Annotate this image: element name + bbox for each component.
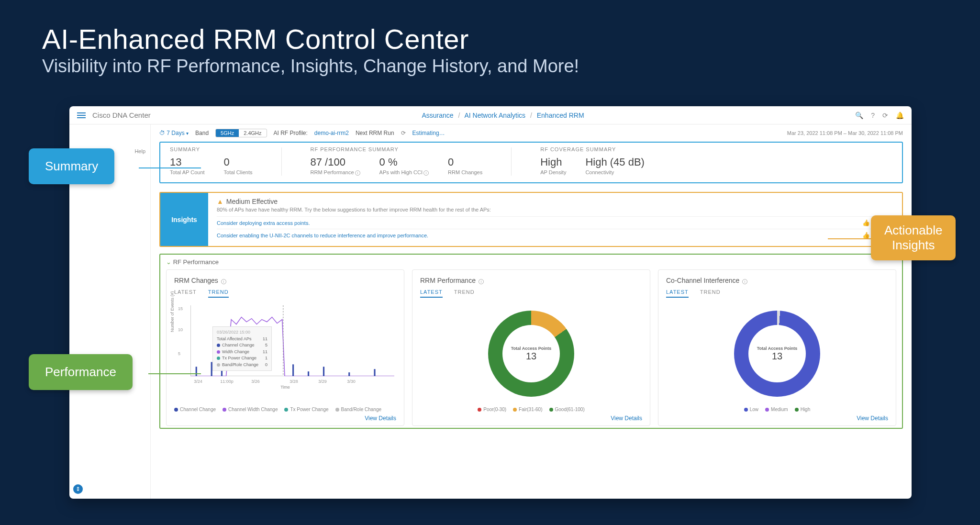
chart-ylabel: Number of Events (#) bbox=[170, 291, 175, 332]
insights-desc: 80% of APs have have healthy RRM. Try th… bbox=[217, 207, 893, 212]
summary-group-title: SUMMARY bbox=[170, 146, 200, 152]
next-run-value: Estimating… bbox=[412, 130, 445, 136]
metric-label: Total Clients bbox=[224, 169, 253, 175]
legend-dot-icon bbox=[223, 408, 226, 412]
hamburger-menu-icon[interactable] bbox=[77, 112, 86, 118]
topbar: Cisco DNA Center Assurance / AI Network … bbox=[69, 106, 912, 124]
card-tabs: LATEST TREND bbox=[174, 289, 396, 298]
warning-icon: ▲ bbox=[217, 198, 223, 205]
thumbs-up-icon[interactable]: 👍 bbox=[862, 232, 870, 239]
metric-value: 0 bbox=[224, 156, 253, 168]
band-toggle[interactable]: 5GHz 2.4GHz bbox=[215, 129, 267, 137]
tab-trend[interactable]: TREND bbox=[454, 289, 475, 298]
breadcrumb-0[interactable]: Assurance bbox=[422, 112, 453, 119]
xtick: 3/24 bbox=[194, 379, 202, 384]
legend-dot-icon bbox=[513, 408, 517, 412]
callout-performance: Performance bbox=[29, 354, 133, 390]
insights-content: ▲Medium Effective 80% of APs have have h… bbox=[208, 193, 902, 246]
legend-dot-icon bbox=[549, 408, 553, 412]
date-range-label: Mar 23, 2022 11:08 PM – Mar 30, 2022 11:… bbox=[787, 130, 903, 136]
legend-dot-icon bbox=[174, 408, 178, 412]
info-icon[interactable]: i bbox=[423, 170, 429, 176]
view-details-link[interactable]: View Details bbox=[174, 415, 396, 422]
band-label: Band bbox=[195, 130, 209, 136]
band-24ghz[interactable]: 2.4GHz bbox=[239, 129, 266, 137]
metric-total-clients: 0 Total Clients bbox=[224, 147, 253, 176]
donut-center-label: Total Access Points bbox=[511, 346, 552, 351]
svg-rect-4 bbox=[308, 371, 309, 376]
tab-trend[interactable]: TREND bbox=[700, 289, 721, 298]
thumbs-up-icon[interactable]: 👍 bbox=[862, 219, 870, 226]
callout-line-insights bbox=[828, 238, 871, 239]
view-details-link[interactable]: View Details bbox=[420, 415, 642, 422]
info-icon[interactable]: i bbox=[742, 279, 747, 284]
suggestion-row: Consider enabling the U-NII-2C channels … bbox=[217, 229, 893, 241]
time-range-label: 7 Days bbox=[167, 130, 184, 136]
legend-dot-icon bbox=[217, 344, 220, 347]
slide-subtitle: Visibility into RF Performance, Insights… bbox=[0, 55, 980, 77]
tooltip-timestamp: 03/26/2022 15:00 bbox=[217, 329, 267, 336]
metric-label: AP Density bbox=[540, 169, 566, 175]
perf-section-title: ⌄ RF Performance bbox=[166, 258, 896, 266]
topbar-icons: 🔍 ? ⟳ 🔔 bbox=[855, 112, 904, 119]
metric-rrm-changes: 0 RRM Changes bbox=[448, 147, 482, 176]
summary-group-title: RF PERFORMANCE SUMMARY bbox=[311, 146, 399, 152]
metric-value: High bbox=[540, 156, 566, 168]
metric-label: Connectivity bbox=[585, 169, 645, 175]
suggestion-link[interactable]: Consider enabling the U-NII-2C channels … bbox=[217, 233, 862, 238]
time-range-dropdown[interactable]: ⏱ 7 Days ▾ bbox=[159, 130, 189, 136]
legend-dot-icon bbox=[795, 408, 799, 412]
tab-latest[interactable]: LATEST bbox=[666, 289, 689, 298]
profile-link[interactable]: demo-ai-rrm2 bbox=[314, 130, 349, 136]
suggestion-link[interactable]: Consider deploying extra access points. bbox=[217, 220, 862, 226]
breadcrumb-2[interactable]: Enhanced RRM bbox=[537, 112, 584, 119]
metric-label: Total AP Count bbox=[170, 169, 205, 175]
svg-rect-3 bbox=[292, 364, 294, 376]
svg-rect-6 bbox=[348, 372, 350, 376]
card-title: RRM Changes i bbox=[174, 277, 396, 284]
slide-title: AI-Enhanced RRM Control Center bbox=[0, 0, 980, 55]
legend-dot-icon bbox=[217, 357, 220, 360]
card-tabs: LATEST TREND bbox=[666, 289, 888, 298]
sidebar-expand-icon[interactable]: ⇕ bbox=[73, 484, 83, 494]
profile-label: AI RF Profile: bbox=[274, 130, 308, 136]
summary-group-title: RF COVERAGE SUMMARY bbox=[540, 146, 616, 152]
svg-rect-7 bbox=[374, 369, 375, 376]
legend-dot-icon bbox=[765, 408, 769, 412]
view-details-link[interactable]: View Details bbox=[666, 415, 888, 422]
card-rrm-changes: RRM Changes i LATEST TREND Number of Eve… bbox=[166, 269, 404, 426]
suggestion-row: Consider deploying extra access points. … bbox=[217, 216, 893, 229]
refresh-icon[interactable]: ⟳ bbox=[882, 112, 888, 119]
donut-rrm-perf: Total Access Points 13 bbox=[488, 311, 574, 397]
main-content: ⏱ 7 Days ▾ Band 5GHz 2.4GHz AI RF Profil… bbox=[151, 124, 912, 499]
metric-label: RRM Performancei bbox=[311, 169, 360, 176]
insights-tab-label: Insights bbox=[160, 193, 208, 246]
chart-tooltip: 03/26/2022 15:00 Total Affected APs11 Ch… bbox=[212, 326, 272, 371]
notifications-icon[interactable]: 🔔 bbox=[896, 112, 904, 119]
breadcrumb-1[interactable]: AI Network Analytics bbox=[464, 112, 525, 119]
tab-latest[interactable]: LATEST bbox=[420, 289, 443, 298]
tab-latest[interactable]: LATEST bbox=[174, 289, 197, 298]
ytick: 15 bbox=[178, 306, 183, 311]
chart-xlabel: Time bbox=[280, 385, 290, 390]
xtick: 3/26 bbox=[251, 379, 260, 384]
metric-value: 0 bbox=[448, 156, 482, 168]
callout-insights-line1: Actionable bbox=[884, 223, 942, 237]
brand-label: Cisco DNA Center bbox=[92, 111, 151, 119]
breadcrumb-sep: / bbox=[458, 112, 460, 119]
xtick: 3/29 bbox=[318, 379, 327, 384]
donut-center-label: Total Access Points bbox=[757, 346, 798, 351]
xtick: 3/30 bbox=[347, 379, 356, 384]
info-icon[interactable]: i bbox=[479, 279, 484, 284]
sidebar-help[interactable]: Help bbox=[134, 148, 145, 154]
callout-insights: Actionable Insights bbox=[871, 215, 956, 260]
insights-status: Medium Effective bbox=[226, 198, 278, 205]
band-5ghz[interactable]: 5GHz bbox=[216, 129, 239, 137]
info-icon[interactable]: i bbox=[355, 170, 360, 176]
help-icon[interactable]: ? bbox=[871, 112, 875, 119]
tab-trend[interactable]: TREND bbox=[208, 289, 229, 298]
search-icon[interactable]: 🔍 bbox=[855, 112, 863, 119]
info-icon[interactable]: i bbox=[221, 279, 226, 284]
ytick: 10 bbox=[178, 327, 183, 332]
card-cci: Co-Channel Interference i LATEST TREND T… bbox=[658, 269, 896, 426]
